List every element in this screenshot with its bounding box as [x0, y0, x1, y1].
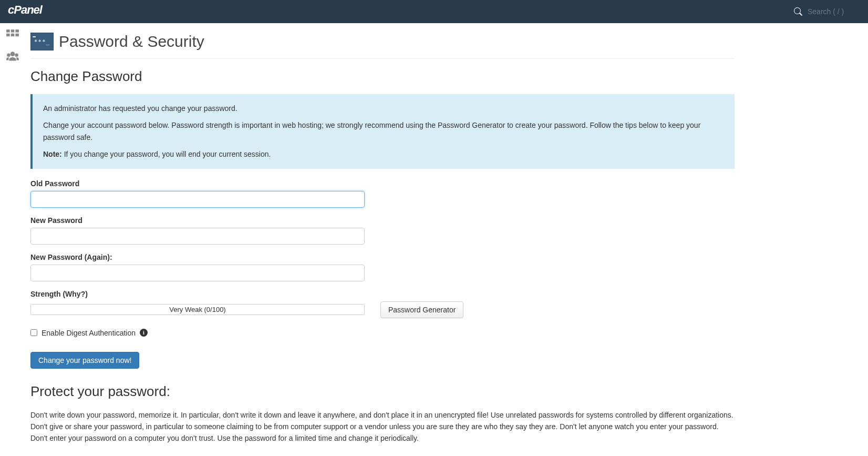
strength-group: Strength (Why?) Very Weak (0/100) Passwo…: [30, 290, 735, 318]
old-password-label: Old Password: [30, 179, 735, 188]
svg-text:i: i: [143, 330, 144, 336]
change-password-heading: Change Password: [30, 68, 735, 85]
digest-auth-row: Enable Digest Authentication i: [30, 329, 735, 337]
page-title-row: ••• ***_ Password & Security: [30, 28, 735, 59]
old-password-input[interactable]: [30, 191, 365, 208]
main-content: ••• ***_ Password & Security Change Pass…: [25, 23, 740, 456]
new-password-label: New Password: [30, 216, 735, 225]
apps-grid-icon[interactable]: [6, 28, 19, 42]
svg-point-7: [11, 52, 15, 56]
info-icon[interactable]: i: [140, 329, 148, 337]
page-icon: ••• ***_: [30, 33, 54, 50]
users-icon[interactable]: [6, 50, 19, 64]
old-password-group: Old Password: [30, 179, 735, 208]
cpanel-logo: cPanel: [8, 4, 56, 19]
svg-rect-2: [11, 29, 15, 32]
change-password-submit-button[interactable]: Change your password now!: [30, 352, 139, 369]
new-password-group: New Password: [30, 216, 735, 245]
alert-line1: An administrator has requested you chang…: [43, 103, 724, 114]
search-icon[interactable]: [794, 7, 802, 16]
svg-rect-4: [6, 34, 10, 36]
search-input[interactable]: [808, 7, 860, 16]
svg-rect-3: [15, 29, 18, 32]
new-password-input[interactable]: [30, 228, 365, 245]
svg-rect-6: [15, 34, 18, 36]
svg-point-9: [15, 54, 18, 57]
top-header: cPanel: [0, 0, 868, 23]
alert-note: Note: If you change your password, you w…: [43, 148, 724, 160]
new-password-again-group: New Password (Again):: [30, 253, 735, 281]
strength-label: Strength (Why?): [30, 290, 735, 298]
digest-auth-checkbox[interactable]: [30, 329, 37, 336]
digest-auth-label: Enable Digest Authentication: [42, 329, 136, 337]
protect-password-heading: Protect your password:: [30, 383, 735, 400]
alert-line2: Change your account password below. Pass…: [43, 119, 724, 143]
svg-rect-1: [6, 29, 10, 32]
new-password-again-label: New Password (Again):: [30, 253, 735, 261]
svg-text:cPanel: cPanel: [8, 4, 43, 16]
protect-password-text: Don't write down your password, memorize…: [30, 409, 735, 444]
sidebar: [0, 23, 25, 456]
password-generator-button[interactable]: Password Generator: [380, 301, 463, 318]
info-alert: An administrator has requested you chang…: [30, 94, 735, 169]
new-password-again-input[interactable]: [30, 265, 365, 281]
svg-rect-5: [11, 34, 15, 36]
svg-point-8: [7, 54, 11, 57]
page-title: Password & Security: [59, 33, 204, 50]
search-area: [794, 7, 860, 16]
strength-meter: Very Weak (0/100): [30, 304, 365, 315]
